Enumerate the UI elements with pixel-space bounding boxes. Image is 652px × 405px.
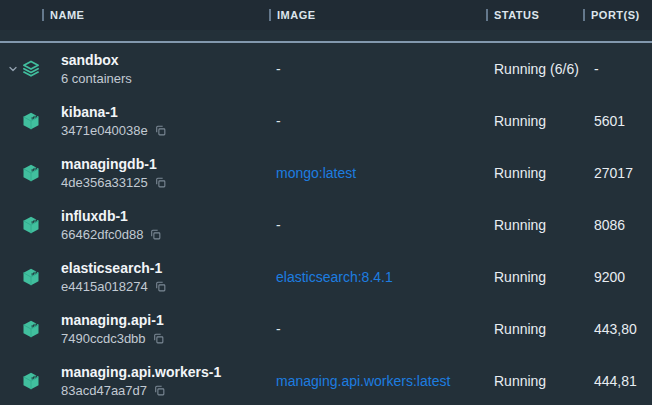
container-name: elasticsearch-1 (61, 259, 167, 278)
image-cell: mongo:latest (269, 165, 486, 181)
name-cell: managing.api-1 7490ccdc3dbb (0, 303, 269, 355)
container-box-icon (21, 319, 41, 339)
status-cell: Running (486, 217, 583, 233)
column-divider (42, 9, 44, 21)
container-box-icon (21, 215, 41, 235)
image-dash: - (276, 61, 281, 77)
column-header-image: IMAGE (269, 0, 486, 30)
image-cell: managing.api.workers:latest (269, 373, 486, 389)
column-header-label: IMAGE (277, 9, 316, 21)
status-cell: Running (486, 321, 583, 337)
image-cell: - (269, 217, 486, 233)
table-row-elasticsearch-1[interactable]: elasticsearch-1 e4415a018274 elasticsear… (0, 251, 652, 303)
header-gap (0, 30, 652, 41)
container-id: 4de356a33125 (61, 174, 148, 192)
column-divider (486, 9, 488, 21)
copy-icon[interactable] (154, 280, 167, 293)
copy-icon[interactable] (154, 124, 167, 137)
image-cell: - (269, 113, 486, 129)
image-link[interactable]: managing.api.workers:latest (276, 373, 450, 389)
name-cell: managingdb-1 4de356a33125 (0, 147, 269, 199)
name-cell: managing.api.workers-1 83acd47aa7d7 (0, 355, 269, 405)
name-block: managing.api.workers-1 83acd47aa7d7 (61, 363, 221, 400)
container-id: 66462dfc0d88 (61, 226, 143, 244)
container-id: 83acd47aa7d7 (61, 382, 147, 400)
image-link[interactable]: elasticsearch:8.4.1 (276, 269, 393, 285)
ports-cell: 444,81 (583, 373, 652, 389)
table-header: NAME IMAGE STATUS PORT(S) (0, 0, 652, 30)
table-row-influxdb-1[interactable]: influxdb-1 66462dfc0d88 - Running 8086 (0, 199, 652, 251)
copy-icon[interactable] (154, 176, 167, 189)
table-row-managing-api-workers-1[interactable]: managing.api.workers-1 83acd47aa7d7 mana… (0, 355, 652, 405)
group-name: sandbox (61, 51, 132, 70)
copy-icon[interactable] (153, 384, 166, 397)
image-cell: - (269, 321, 486, 337)
name-cell: kibana-1 3471e040038e (0, 95, 269, 147)
container-box-icon (21, 111, 41, 131)
ports-cell: 27017 (583, 165, 652, 181)
container-id: 3471e040038e (61, 122, 148, 140)
name-block: managingdb-1 4de356a33125 (61, 155, 167, 192)
image-cell: elasticsearch:8.4.1 (269, 269, 486, 285)
image-dash: - (276, 321, 281, 337)
column-header-label: NAME (50, 9, 84, 21)
column-header-name: NAME (0, 0, 269, 30)
table-row-kibana-1[interactable]: kibana-1 3471e040038e - Running 5601 (0, 95, 652, 147)
container-name: influxdb-1 (61, 207, 162, 226)
column-header-ports: PORT(S) (583, 0, 652, 30)
container-id: 7490ccdc3dbb (61, 330, 146, 348)
container-name: kibana-1 (61, 103, 167, 122)
ports-cell: 8086 (583, 217, 652, 233)
status-cell: Running (486, 269, 583, 285)
container-name: managing.api.workers-1 (61, 363, 221, 382)
container-name: managingdb-1 (61, 155, 167, 174)
layers-stack-icon (21, 59, 41, 79)
container-box-icon (21, 267, 41, 287)
group-subtitle: 6 containers (61, 70, 132, 88)
status-cell: Running (486, 373, 583, 389)
copy-icon[interactable] (152, 332, 165, 345)
container-id: e4415a018274 (61, 278, 148, 296)
status-cell: Running (486, 165, 583, 181)
name-cell: sandbox 6 containers (0, 43, 269, 95)
name-block: elasticsearch-1 e4415a018274 (61, 259, 167, 296)
column-divider (269, 9, 271, 21)
status-cell: Running (6/6) (486, 61, 583, 77)
ports-cell: 5601 (583, 113, 652, 129)
image-cell: - (269, 61, 486, 77)
ports-cell: 443,80 (583, 321, 652, 337)
name-block: sandbox 6 containers (61, 51, 132, 88)
status-cell: Running (486, 113, 583, 129)
name-cell: influxdb-1 66462dfc0d88 (0, 199, 269, 251)
container-name: managing.api-1 (61, 311, 165, 330)
name-block: influxdb-1 66462dfc0d88 (61, 207, 162, 244)
container-box-icon (21, 371, 41, 391)
table-row-group-sandbox[interactable]: sandbox 6 containers - Running (6/6) - (0, 43, 652, 95)
ports-cell: 9200 (583, 269, 652, 285)
container-box-icon (21, 163, 41, 183)
image-dash: - (276, 113, 281, 129)
ports-cell: - (583, 61, 652, 77)
name-block: kibana-1 3471e040038e (61, 103, 167, 140)
containers-table: NAME IMAGE STATUS PORT(S) (0, 0, 652, 405)
name-cell: elasticsearch-1 e4415a018274 (0, 251, 269, 303)
column-header-label: STATUS (494, 9, 539, 21)
chevron-down-icon[interactable] (6, 63, 20, 75)
name-block: managing.api-1 7490ccdc3dbb (61, 311, 165, 348)
image-link[interactable]: mongo:latest (276, 165, 356, 181)
column-header-label: PORT(S) (591, 9, 640, 21)
column-header-status: STATUS (486, 0, 583, 30)
image-dash: - (276, 217, 281, 233)
table-row-managingdb-1[interactable]: managingdb-1 4de356a33125 mongo:latest R… (0, 147, 652, 199)
table-row-managing-api-1[interactable]: managing.api-1 7490ccdc3dbb - Running 44… (0, 303, 652, 355)
column-divider (583, 9, 585, 21)
copy-icon[interactable] (149, 228, 162, 241)
